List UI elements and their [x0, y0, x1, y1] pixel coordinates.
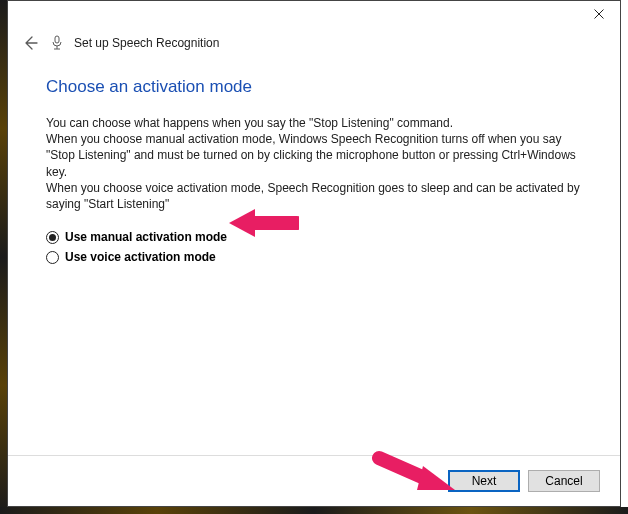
wizard-title: Set up Speech Recognition: [74, 36, 219, 50]
desktop-background-left: [0, 0, 7, 514]
page-description: You can choose what happens when you say…: [46, 115, 582, 212]
header: Set up Speech Recognition: [8, 31, 620, 67]
page-heading: Choose an activation mode: [46, 77, 582, 97]
voice-activation-radio[interactable]: Use voice activation mode: [46, 250, 582, 264]
svg-rect-2: [55, 36, 59, 43]
activation-mode-group: Use manual activation mode Use voice act…: [46, 230, 582, 264]
manual-activation-radio[interactable]: Use manual activation mode: [46, 230, 582, 244]
wizard-window: Set up Speech Recognition Choose an acti…: [7, 0, 621, 507]
radio-label: Use manual activation mode: [65, 230, 227, 244]
radio-label: Use voice activation mode: [65, 250, 216, 264]
titlebar: [8, 1, 620, 31]
content-area: Choose an activation mode You can choose…: [8, 67, 620, 455]
next-button[interactable]: Next: [448, 470, 520, 492]
back-button[interactable]: [20, 33, 40, 53]
radio-indicator-icon: [46, 231, 59, 244]
microphone-icon: [50, 35, 64, 51]
close-button[interactable]: [578, 1, 620, 27]
back-arrow-icon: [22, 35, 38, 51]
cancel-button[interactable]: Cancel: [528, 470, 600, 492]
desktop-background-bottom: [0, 507, 628, 514]
footer: Next Cancel: [8, 455, 620, 506]
close-icon: [594, 9, 604, 19]
radio-indicator-icon: [46, 251, 59, 264]
